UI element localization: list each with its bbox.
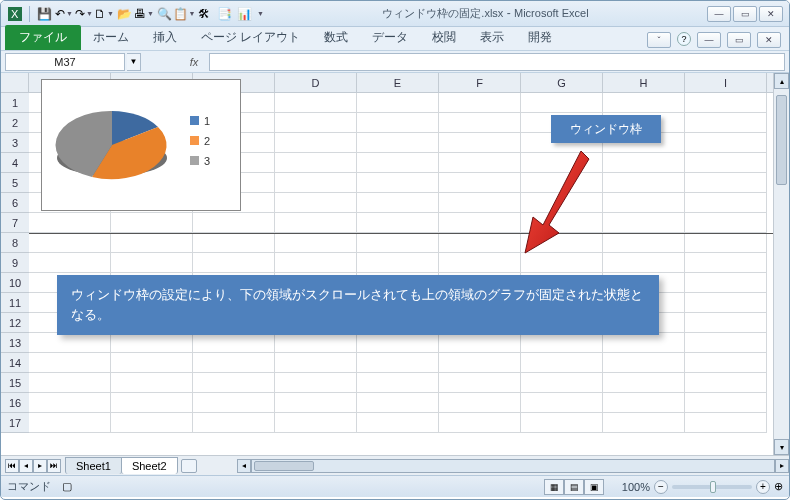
cell[interactable] xyxy=(603,353,685,373)
scroll-left-button[interactable]: ◂ xyxy=(237,459,251,473)
cell[interactable] xyxy=(685,393,767,413)
cell[interactable] xyxy=(685,233,767,253)
cell[interactable] xyxy=(521,333,603,353)
cell[interactable] xyxy=(685,273,767,293)
column-header[interactable]: E xyxy=(357,73,439,92)
new-icon[interactable]: 🗋▼ xyxy=(96,6,112,22)
tab-last-button[interactable]: ⏭ xyxy=(47,459,61,473)
tab-prev-button[interactable]: ◂ xyxy=(19,459,33,473)
cell[interactable] xyxy=(603,373,685,393)
cell[interactable] xyxy=(439,153,521,173)
row-header[interactable]: 6 xyxy=(1,193,29,213)
cell[interactable] xyxy=(357,213,439,233)
cell[interactable] xyxy=(357,253,439,273)
column-header[interactable]: D xyxy=(275,73,357,92)
cell[interactable] xyxy=(357,133,439,153)
fx-icon[interactable]: fx xyxy=(185,53,203,71)
close-button[interactable]: ✕ xyxy=(759,6,783,22)
ribbon-tab-view[interactable]: 表示 xyxy=(468,25,516,50)
cell[interactable] xyxy=(193,233,275,253)
cell[interactable] xyxy=(603,153,685,173)
cell[interactable] xyxy=(357,233,439,253)
column-header[interactable]: H xyxy=(603,73,685,92)
row-header[interactable]: 11 xyxy=(1,293,29,313)
cell[interactable] xyxy=(357,113,439,133)
doc-minimize-button[interactable]: — xyxy=(697,32,721,48)
cell[interactable] xyxy=(439,353,521,373)
cell[interactable] xyxy=(439,413,521,433)
cell[interactable] xyxy=(439,253,521,273)
cell[interactable] xyxy=(685,313,767,333)
ribbon-minimize-button[interactable]: ˇ xyxy=(647,32,671,48)
cell[interactable] xyxy=(357,353,439,373)
cell[interactable] xyxy=(357,93,439,113)
zoom-out-button[interactable]: − xyxy=(654,480,668,494)
row-header[interactable]: 10 xyxy=(1,273,29,293)
cell[interactable] xyxy=(275,133,357,153)
cell[interactable] xyxy=(29,233,111,253)
cell[interactable] xyxy=(357,393,439,413)
row-header[interactable]: 8 xyxy=(1,233,29,253)
cell[interactable] xyxy=(685,133,767,153)
cell[interactable] xyxy=(685,293,767,313)
ribbon-tab-data[interactable]: データ xyxy=(360,25,420,50)
vertical-scrollbar[interactable]: ▴ ▾ xyxy=(773,73,789,455)
cell[interactable] xyxy=(357,333,439,353)
cell[interactable] xyxy=(275,253,357,273)
sheet-tab-sheet2[interactable]: Sheet2 xyxy=(121,457,178,474)
pie-chart[interactable]: 1 2 3 xyxy=(41,79,241,211)
cell[interactable] xyxy=(193,393,275,413)
row-header[interactable]: 3 xyxy=(1,133,29,153)
cell[interactable] xyxy=(275,353,357,373)
zoom-value[interactable]: 100% xyxy=(610,481,650,493)
row-header[interactable]: 16 xyxy=(1,393,29,413)
cell[interactable] xyxy=(439,333,521,353)
row-header[interactable]: 1 xyxy=(1,93,29,113)
cell[interactable] xyxy=(111,333,193,353)
cell[interactable] xyxy=(685,373,767,393)
cell[interactable] xyxy=(111,353,193,373)
cell[interactable] xyxy=(685,153,767,173)
cell[interactable] xyxy=(29,393,111,413)
cell[interactable] xyxy=(521,413,603,433)
form-icon[interactable]: 📋▼ xyxy=(176,6,192,22)
cell[interactable] xyxy=(603,93,685,113)
cell[interactable] xyxy=(521,373,603,393)
cell[interactable] xyxy=(685,253,767,273)
cell[interactable] xyxy=(111,393,193,413)
help-icon[interactable]: ? xyxy=(677,32,691,46)
ribbon-tab-review[interactable]: 校閲 xyxy=(420,25,468,50)
hscroll-thumb[interactable] xyxy=(254,461,314,471)
tool3-icon[interactable]: 📊 xyxy=(236,6,252,22)
name-box-dropdown[interactable]: ▼ xyxy=(127,53,141,71)
row-header[interactable]: 5 xyxy=(1,173,29,193)
cell[interactable] xyxy=(357,153,439,173)
pagebreak-view-button[interactable]: ▣ xyxy=(584,479,604,495)
undo-icon[interactable]: ↶▼ xyxy=(56,6,72,22)
maximize-button[interactable]: ▭ xyxy=(733,6,757,22)
ribbon-tab-home[interactable]: ホーム xyxy=(81,25,141,50)
row-header[interactable]: 9 xyxy=(1,253,29,273)
cell[interactable] xyxy=(111,213,193,233)
save-icon[interactable]: 💾 xyxy=(36,6,52,22)
ribbon-tab-developer[interactable]: 開発 xyxy=(516,25,564,50)
row-header[interactable]: 14 xyxy=(1,353,29,373)
zoom-slider[interactable] xyxy=(672,485,752,489)
ribbon-tab-pagelayout[interactable]: ページ レイアウト xyxy=(189,25,312,50)
qat-more-icon[interactable]: ▼ xyxy=(257,10,264,17)
cell[interactable] xyxy=(357,193,439,213)
cell[interactable] xyxy=(29,213,111,233)
cell[interactable] xyxy=(29,373,111,393)
cell[interactable] xyxy=(275,233,357,253)
cell[interactable] xyxy=(603,393,685,413)
cell[interactable] xyxy=(685,173,767,193)
ribbon-tab-insert[interactable]: 挿入 xyxy=(141,25,189,50)
column-header[interactable]: F xyxy=(439,73,521,92)
tab-next-button[interactable]: ▸ xyxy=(33,459,47,473)
cell[interactable] xyxy=(603,193,685,213)
doc-close-button[interactable]: ✕ xyxy=(757,32,781,48)
file-tab[interactable]: ファイル xyxy=(5,25,81,50)
cell[interactable] xyxy=(439,133,521,153)
cell[interactable] xyxy=(275,333,357,353)
row-header[interactable]: 7 xyxy=(1,213,29,233)
